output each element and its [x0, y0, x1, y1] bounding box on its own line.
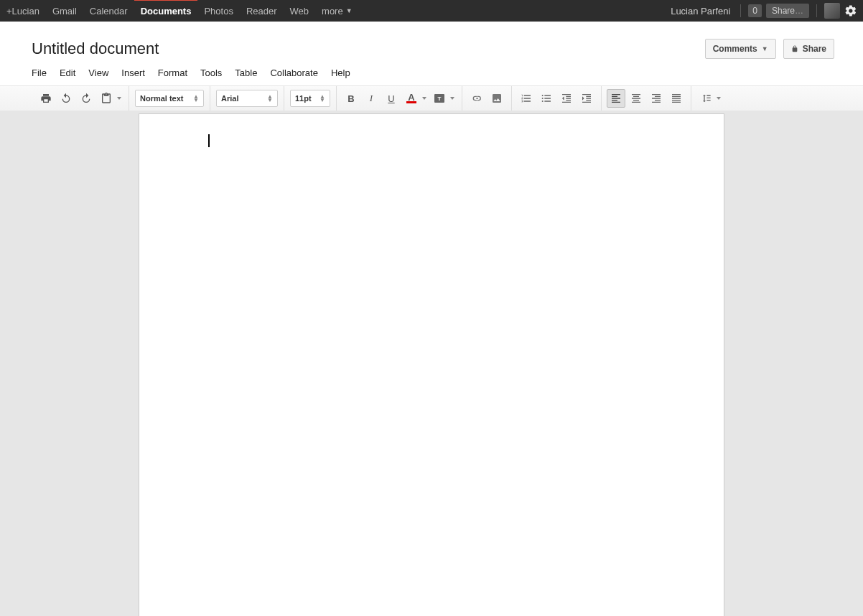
- toolbar-group-align: [602, 86, 691, 111]
- lock-icon: [791, 45, 798, 52]
- redo-icon[interactable]: [77, 89, 95, 108]
- gbar-item-more[interactable]: more ▼: [315, 0, 359, 22]
- align-justify-icon[interactable]: [667, 89, 686, 108]
- menu-help[interactable]: Help: [331, 67, 350, 78]
- image-icon[interactable]: [488, 89, 506, 108]
- google-bar: +Lucian Gmail Calendar Documents Photos …: [0, 0, 863, 22]
- document-chrome: Untitled document Comments ▼ Share File …: [0, 22, 863, 112]
- gbar-item-gmail[interactable]: Gmail: [46, 0, 83, 22]
- font-family-value: Arial: [221, 94, 238, 103]
- account-username[interactable]: Lucian Parfeni: [671, 6, 730, 17]
- align-center-icon[interactable]: [627, 89, 645, 108]
- editor-workspace[interactable]: [0, 111, 863, 616]
- gbar-item-calendar[interactable]: Calendar: [83, 0, 134, 22]
- text-cursor: [208, 134, 210, 147]
- bulleted-list-icon[interactable]: [537, 89, 556, 108]
- toolbar-group-lists: [512, 86, 602, 111]
- menu-tools[interactable]: Tools: [200, 67, 222, 78]
- undo-icon[interactable]: [57, 89, 75, 108]
- stepper-icon: ▲▼: [267, 95, 273, 102]
- google-bar-left: +Lucian Gmail Calendar Documents Photos …: [0, 0, 359, 22]
- toolbar-group-text-format: B I U A T: [337, 86, 462, 111]
- gbar-item-plus[interactable]: +Lucian: [0, 0, 46, 22]
- line-spacing-icon[interactable]: [696, 89, 715, 108]
- toolbar: Normal text ▲▼ Arial ▲▼ 11pt ▲▼ B I U A: [0, 85, 863, 111]
- stepper-icon: ▲▼: [193, 95, 199, 102]
- title-buttons: Comments ▼ Share: [705, 39, 834, 59]
- menu-format[interactable]: Format: [158, 67, 187, 78]
- increase-indent-icon[interactable]: [577, 89, 596, 108]
- share-button-label: Share: [803, 44, 826, 54]
- menu-file[interactable]: File: [32, 67, 47, 78]
- toolbar-group-size: 11pt ▲▼: [284, 86, 337, 111]
- bold-icon[interactable]: B: [342, 89, 360, 108]
- gbar-item-reader[interactable]: Reader: [240, 0, 284, 22]
- gbar-item-web[interactable]: Web: [284, 0, 316, 22]
- gbar-share-chip[interactable]: Share: [766, 4, 809, 18]
- comments-button-label: Comments: [713, 44, 757, 54]
- toolbar-group-style: Normal text ▲▼: [129, 86, 210, 111]
- highlight-color-icon[interactable]: T: [430, 89, 449, 108]
- print-icon[interactable]: [37, 89, 55, 108]
- toolbar-group-spacing: [691, 86, 728, 111]
- avatar[interactable]: [824, 3, 840, 19]
- paste-icon[interactable]: [97, 89, 116, 108]
- gbar-more-label: more: [322, 6, 343, 17]
- numbered-list-icon[interactable]: [517, 89, 536, 108]
- menu-edit[interactable]: Edit: [60, 67, 75, 78]
- italic-icon[interactable]: I: [362, 89, 381, 108]
- font-size-combo[interactable]: 11pt ▲▼: [290, 90, 330, 107]
- toolbar-group-insert: [462, 86, 512, 111]
- share-button[interactable]: Share: [783, 39, 834, 59]
- gear-icon[interactable]: [844, 4, 857, 17]
- paragraph-style-combo[interactable]: Normal text ▲▼: [135, 90, 204, 107]
- paragraph-style-value: Normal text: [140, 94, 184, 103]
- chevron-down-icon: ▼: [762, 45, 768, 52]
- document-title[interactable]: Untitled document: [32, 39, 159, 58]
- chevron-down-icon: ▼: [346, 7, 353, 14]
- title-row: Untitled document Comments ▼ Share: [0, 22, 863, 62]
- font-size-value: 11pt: [295, 94, 312, 103]
- link-icon[interactable]: [467, 89, 486, 108]
- menu-bar: File Edit View Insert Format Tools Table…: [0, 62, 863, 85]
- document-page[interactable]: [139, 113, 724, 616]
- text-color-icon[interactable]: A: [402, 89, 421, 108]
- separator: [816, 4, 817, 17]
- menu-table[interactable]: Table: [235, 67, 257, 78]
- toolbar-group-actions: [32, 86, 129, 111]
- gbar-item-photos[interactable]: Photos: [197, 0, 239, 22]
- notifications-count[interactable]: 0: [748, 4, 762, 17]
- menu-view[interactable]: View: [88, 67, 108, 78]
- google-bar-right: Lucian Parfeni 0 Share: [671, 3, 857, 19]
- stepper-icon: ▲▼: [319, 95, 325, 102]
- font-family-combo[interactable]: Arial ▲▼: [216, 90, 278, 107]
- underline-icon[interactable]: U: [382, 89, 401, 108]
- decrease-indent-icon[interactable]: [557, 89, 576, 108]
- separator: [740, 4, 741, 17]
- align-right-icon[interactable]: [647, 89, 666, 108]
- comments-button[interactable]: Comments ▼: [705, 39, 776, 59]
- menu-collaborate[interactable]: Collaborate: [270, 67, 318, 78]
- menu-insert[interactable]: Insert: [121, 67, 145, 78]
- align-left-icon[interactable]: [607, 89, 625, 108]
- gbar-item-documents[interactable]: Documents: [134, 0, 198, 21]
- toolbar-group-font: Arial ▲▼: [210, 86, 284, 111]
